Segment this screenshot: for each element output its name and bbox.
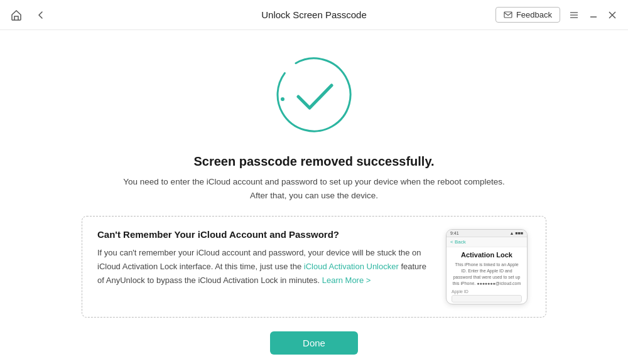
titlebar-left [8,6,49,24]
phone-field [452,295,522,302]
page-title: Unlock Screen Passcode [261,9,367,20]
titlebar: Unlock Screen Passcode Feedback [0,0,628,30]
phone-signal: ▲ ■■■ [509,231,523,235]
phone-field-label: Apple ID [452,289,522,294]
main-content: Screen passcode removed successfully. Yo… [0,30,628,355]
back-button[interactable] [33,7,49,23]
phone-content: Activation Lock This iPhone is linked to… [447,247,527,304]
success-title: Screen passcode removed successfully. [193,154,434,169]
home-button[interactable] [8,6,25,24]
success-description: You need to enter the iCloud account and… [119,175,509,202]
info-box-description: If you can't remember your iCloud accoun… [97,246,430,287]
phone-back-nav: < Back [450,239,466,245]
info-box-image: 9:41 ▲ ■■■ < Back Activation Lock This i… [443,229,531,304]
close-button[interactable] [604,9,620,21]
learn-more-link[interactable]: Learn More > [322,276,371,285]
phone-mockup: 9:41 ▲ ■■■ < Back Activation Lock This i… [446,229,528,304]
feedback-button[interactable]: Feedback [495,7,560,23]
svg-point-7 [267,48,361,142]
info-box: Can't Remember Your iCloud Account and P… [82,216,546,318]
done-button[interactable]: Done [270,331,358,355]
menu-button[interactable] [565,9,583,21]
feedback-label: Feedback [516,10,552,19]
titlebar-right: Feedback [495,7,620,23]
phone-status-bar: 9:41 ▲ ■■■ [447,230,527,237]
icloud-activation-unlocker-link[interactable]: iCloud Activation Unlocker [304,262,399,271]
minimize-button[interactable] [585,9,602,21]
phone-nav-bar: < Back [447,237,527,247]
svg-rect-0 [504,12,512,18]
phone-body-text: This iPhone is linked to an Apple ID. En… [452,262,522,286]
phone-screen-title: Activation Lock [452,251,522,259]
info-box-text: Can't Remember Your iCloud Account and P… [97,229,430,304]
phone-time: 9:41 [450,231,459,235]
info-box-title: Can't Remember Your iCloud Account and P… [97,229,430,240]
window-controls [565,9,620,21]
svg-point-8 [281,97,284,101]
success-circle [267,48,361,142]
